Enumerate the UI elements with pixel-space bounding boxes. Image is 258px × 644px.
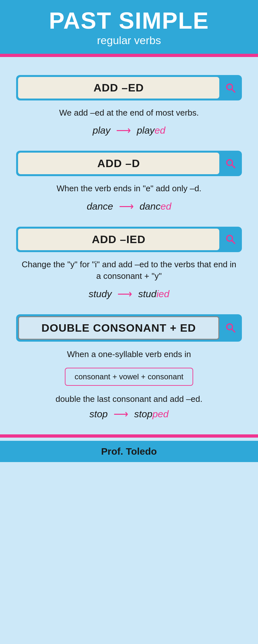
example-base-add-ed: play: [93, 125, 110, 136]
consonant-box: consonant + vowel + consonant: [65, 368, 193, 386]
section-title-box-add-ed: ADD –ED: [18, 77, 219, 99]
section-header-add-ied: ADD –IED: [16, 227, 242, 252]
header-title: PAST SIMPLE: [13, 9, 245, 32]
section-header-add-ed: ADD –ED: [16, 75, 242, 100]
svg-line-5: [232, 241, 235, 243]
example-result-add-ed: played: [137, 125, 165, 136]
example-row-add-ied: study ⟶ studied: [16, 288, 242, 300]
example-base-add-d: dance: [87, 201, 113, 212]
example-base-double-consonant: stop: [89, 409, 108, 420]
main-content: ADD –ED We add –ed at the end of most ve…: [0, 57, 258, 420]
section-desc-add-ied: Change the "y" for "i" and add –ed to th…: [16, 259, 242, 282]
svg-line-1: [232, 89, 235, 92]
section-desc-add-d: When the verb ends in "e" add only –d.: [16, 183, 242, 194]
section-add-ed: ADD –ED We add –ed at the end of most ve…: [16, 75, 242, 137]
svg-line-7: [232, 329, 235, 332]
example-result-add-ied: studied: [138, 289, 169, 299]
example-row-double-consonant: stop ⟶ stopped: [16, 408, 242, 420]
svg-line-3: [232, 165, 235, 168]
search-icon-add-ed[interactable]: [221, 79, 240, 97]
header-pink-bar: [0, 54, 258, 57]
arrow-add-ied: ⟶: [117, 288, 132, 300]
header-subtitle: regular verbs: [13, 34, 245, 47]
footer-pink-bar: [0, 434, 258, 438]
search-icon-add-d[interactable]: [221, 154, 240, 173]
arrow-add-d: ⟶: [119, 200, 134, 213]
footer-text: Prof. Toledo: [101, 446, 157, 457]
section-desc1-double-consonant: When a one-syllable verb ends in: [16, 348, 242, 361]
header: PAST SIMPLE regular verbs: [0, 0, 258, 54]
section-title-add-ied: ADD –IED: [92, 233, 146, 245]
section-desc2-double-consonant: double the last consonant and add –ed.: [16, 393, 242, 405]
search-icon-add-ied[interactable]: [221, 230, 240, 249]
example-result-add-d: danced: [140, 201, 171, 212]
arrow-double-consonant: ⟶: [114, 408, 128, 420]
footer: Prof. Toledo: [0, 441, 258, 462]
arrow-add-ed: ⟶: [116, 124, 131, 137]
consonant-box-row: consonant + vowel + consonant: [16, 364, 242, 390]
example-base-add-ied: study: [89, 289, 112, 299]
section-desc-add-ed: We add –ed at the end of most verbs.: [16, 107, 242, 118]
section-double-consonant: DOUBLE CONSONANT + ED When a one-syllabl…: [16, 314, 242, 420]
example-row-add-ed: play ⟶ played: [16, 124, 242, 137]
section-title-add-d: ADD –D: [97, 157, 140, 169]
section-title-box-add-ied: ADD –IED: [18, 229, 219, 250]
section-header-add-d: ADD –D: [16, 151, 242, 176]
search-icon-double-consonant[interactable]: [221, 318, 240, 337]
section-title-box-add-d: ADD –D: [18, 153, 219, 174]
section-add-ied: ADD –IED Change the "y" for "i" and add …: [16, 227, 242, 300]
section-title-double-consonant: DOUBLE CONSONANT + ED: [41, 322, 196, 334]
section-add-d: ADD –D When the verb ends in "e" add onl…: [16, 151, 242, 212]
section-title-add-ed: ADD –ED: [94, 81, 144, 94]
section-header-double-consonant: DOUBLE CONSONANT + ED: [16, 314, 242, 342]
example-result-double-consonant: stopped: [134, 409, 169, 420]
example-row-add-d: dance ⟶ danced: [16, 200, 242, 213]
section-title-box-double-consonant: DOUBLE CONSONANT + ED: [18, 316, 219, 340]
